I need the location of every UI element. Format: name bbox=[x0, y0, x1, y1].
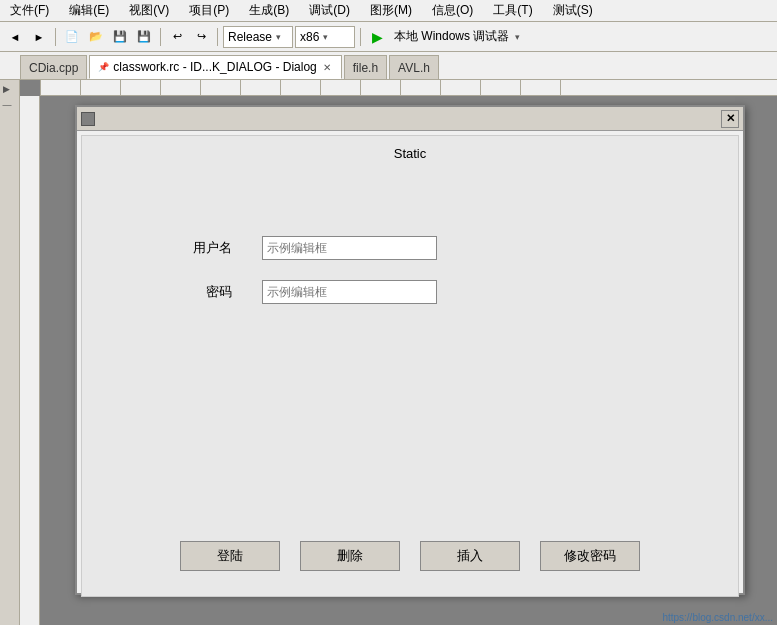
forward-button[interactable]: ► bbox=[28, 26, 50, 48]
menu-debug[interactable]: 调试(D) bbox=[303, 1, 356, 20]
redo-button[interactable]: ↪ bbox=[190, 26, 212, 48]
dialog-static-text: Static bbox=[82, 146, 738, 161]
editor-area: ✕ Static 用户名 密码 bbox=[20, 80, 777, 625]
ruler-mark-1 bbox=[80, 80, 120, 95]
tab-classwork-label: classwork.rc - ID...K_DIALOG - Dialog bbox=[113, 60, 316, 74]
tabbar: CDia.cpp 📌 classwork.rc - ID...K_DIALOG … bbox=[0, 52, 777, 80]
platform-arrow: ▾ bbox=[323, 32, 328, 42]
ruler-top bbox=[40, 80, 777, 96]
tab-fileh[interactable]: file.h bbox=[344, 55, 387, 79]
tab-pin-icon: 📌 bbox=[98, 62, 109, 72]
password-input[interactable] bbox=[262, 280, 437, 304]
ruler-mark-2 bbox=[120, 80, 160, 95]
ruler-mark-9 bbox=[400, 80, 440, 95]
dialog-titlebar: ✕ bbox=[77, 107, 743, 131]
menu-edit[interactable]: 编辑(E) bbox=[63, 1, 115, 20]
ruler-mark-12 bbox=[520, 80, 560, 95]
toolbar-separator-3 bbox=[217, 28, 218, 46]
run-button[interactable]: ▶ bbox=[366, 26, 388, 48]
password-row: 密码 bbox=[82, 280, 738, 304]
password-label: 密码 bbox=[142, 283, 262, 301]
left-gutter: ▶ — bbox=[0, 80, 20, 625]
back-button[interactable]: ◄ bbox=[4, 26, 26, 48]
dialog-window: ✕ Static 用户名 密码 bbox=[75, 105, 745, 595]
tab-avlh[interactable]: AVL.h bbox=[389, 55, 439, 79]
toolbar: ◄ ► 📄 📂 💾 💾 ↩ ↪ Release ▾ x86 ▾ ▶ 本地 Win… bbox=[0, 22, 777, 52]
ruler-mark-4 bbox=[200, 80, 240, 95]
gutter-icon-2: — bbox=[3, 100, 17, 114]
ruler-mark-5 bbox=[240, 80, 280, 95]
change-password-button[interactable]: 修改密码 bbox=[540, 541, 640, 571]
username-row: 用户名 bbox=[82, 236, 738, 260]
ruler-mark-10 bbox=[440, 80, 480, 95]
run-label: 本地 Windows 调试器 bbox=[390, 28, 513, 45]
configuration-label: Release bbox=[228, 30, 272, 44]
menu-build[interactable]: 生成(B) bbox=[243, 1, 295, 20]
toolbar-separator-4 bbox=[360, 28, 361, 46]
dialog-close-button[interactable]: ✕ bbox=[721, 110, 739, 128]
username-input[interactable] bbox=[262, 236, 437, 260]
tab-close-icon[interactable]: ✕ bbox=[321, 62, 333, 73]
configuration-arrow: ▾ bbox=[276, 32, 281, 42]
ruler-mark-7 bbox=[320, 80, 360, 95]
toolbar-separator-1 bbox=[55, 28, 56, 46]
menu-view[interactable]: 视图(V) bbox=[123, 1, 175, 20]
menubar: 文件(F) 编辑(E) 视图(V) 项目(P) 生成(B) 调试(D) 图形(M… bbox=[0, 0, 777, 22]
configuration-dropdown[interactable]: Release ▾ bbox=[223, 26, 293, 48]
menu-file[interactable]: 文件(F) bbox=[4, 1, 55, 20]
tab-cdia-label: CDia.cpp bbox=[29, 61, 78, 75]
platform-dropdown[interactable]: x86 ▾ bbox=[295, 26, 355, 48]
save-button[interactable]: 💾 bbox=[109, 26, 131, 48]
menu-tools[interactable]: 工具(T) bbox=[487, 1, 538, 20]
tab-avlh-label: AVL.h bbox=[398, 61, 430, 75]
tab-classwork[interactable]: 📌 classwork.rc - ID...K_DIALOG - Dialog … bbox=[89, 55, 341, 79]
form-section: 用户名 密码 bbox=[82, 236, 738, 324]
menu-info[interactable]: 信息(O) bbox=[426, 1, 479, 20]
platform-label: x86 bbox=[300, 30, 319, 44]
undo-button[interactable]: ↩ bbox=[166, 26, 188, 48]
menu-project[interactable]: 项目(P) bbox=[183, 1, 235, 20]
ruler-mark-13 bbox=[560, 80, 600, 95]
save-all-button[interactable]: 💾 bbox=[133, 26, 155, 48]
menu-graphics[interactable]: 图形(M) bbox=[364, 1, 418, 20]
insert-button[interactable]: 插入 bbox=[420, 541, 520, 571]
menu-test[interactable]: 测试(S) bbox=[547, 1, 599, 20]
username-label: 用户名 bbox=[142, 239, 262, 257]
tab-fileh-label: file.h bbox=[353, 61, 378, 75]
new-button[interactable]: 📄 bbox=[61, 26, 83, 48]
buttons-section: 登陆 删除 插入 修改密码 bbox=[82, 541, 738, 571]
gutter-icon-1: ▶ bbox=[3, 84, 17, 98]
run-arrow: ▾ bbox=[515, 32, 520, 42]
watermark: https://blog.csdn.net/xx... bbox=[662, 612, 773, 623]
main-area: ▶ — bbox=[0, 80, 777, 625]
tab-cdia[interactable]: CDia.cpp bbox=[20, 55, 87, 79]
ruler-mark-3 bbox=[160, 80, 200, 95]
open-button[interactable]: 📂 bbox=[85, 26, 107, 48]
login-button[interactable]: 登陆 bbox=[180, 541, 280, 571]
ruler-mark-6 bbox=[280, 80, 320, 95]
ruler-mark-0 bbox=[40, 80, 80, 95]
toolbar-separator-2 bbox=[160, 28, 161, 46]
dialog-content: Static 用户名 密码 登陆 删除 插入 bbox=[81, 135, 739, 597]
delete-button[interactable]: 删除 bbox=[300, 541, 400, 571]
left-ruler bbox=[20, 96, 40, 625]
ruler-mark-11 bbox=[480, 80, 520, 95]
ruler-mark-8 bbox=[360, 80, 400, 95]
dialog-title-icon bbox=[81, 112, 95, 126]
